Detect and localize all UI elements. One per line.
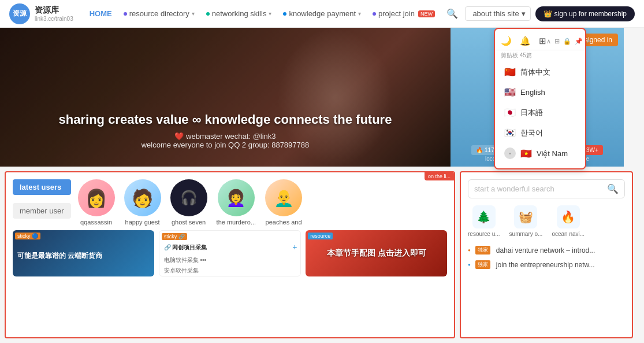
sticky-card-2[interactable]: sticky 🔗 + 🔗 网创项目采集 电脑软件采集 ••• 安卓软件采集: [159, 230, 301, 276]
lang-name: Việt Nam: [537, 149, 568, 158]
lang-korean[interactable]: 🇰🇷 한국어: [495, 123, 585, 143]
resource-link-2[interactable]: ● 独家 join the entrepreneurship netw...: [468, 259, 625, 271]
new-badge: NEW: [418, 10, 435, 17]
avatar-name: qqassassin: [80, 219, 112, 226]
moon-icon[interactable]: 🌙: [501, 36, 512, 46]
hero-section: sharing creates value ∞ knowledge connec…: [0, 28, 451, 167]
left-content: sharing creates value ∞ knowledge connec…: [0, 28, 451, 167]
clipboard-label: 剪贴板 45篇: [501, 52, 532, 58]
nav-items: HOME resource directory ▾ networking ski…: [85, 7, 445, 20]
left-panel: on the li... latest users member user 👩 …: [5, 171, 455, 338]
quick-link-ocean[interactable]: 🔥 ocean navi...: [552, 205, 585, 237]
logo-icon: 资源: [9, 3, 30, 24]
add-button[interactable]: +: [292, 242, 297, 252]
user-avatar-item[interactable]: 🎧 ghost seven: [170, 179, 207, 226]
nav-dot: [206, 12, 210, 16]
list-item: 电脑软件采集 •••: [164, 255, 296, 265]
nav-knowledge[interactable]: knowledge payment ▾: [278, 7, 366, 20]
quick-link-label: ocean navi...: [552, 231, 585, 237]
right-panel: start a wonderful search 🔍 🌲 resource u.…: [460, 171, 633, 338]
member-badge: member user: [13, 203, 71, 219]
sticky-card-3[interactable]: resource 本章节手配图 点击进入即可: [306, 230, 447, 276]
nav-project[interactable]: project join NEW: [368, 7, 440, 20]
language-dropdown: 🌙 🔔 ⊞ ∧ ⊞ 🔒 📌 ✕ 剪贴板 45篇 🇨🇳 简体中文 🇺🇸 Engli…: [494, 28, 586, 169]
card-content: 可能是最靠谱的 云端断货商: [13, 230, 154, 276]
sticky-posts: sticky 🔵 可能是最靠谱的 云端断货商 sticky 🔗 + 🔗 网创项目…: [13, 230, 447, 276]
translate-icon[interactable]: ⊞: [539, 36, 546, 46]
avatar: 🧑: [124, 179, 161, 216]
avatar: 👩: [78, 179, 115, 216]
main-area: on the li... latest users member user 👩 …: [0, 167, 644, 343]
nav-resource-dir[interactable]: resource directory ▾: [119, 7, 199, 20]
quick-link-resource[interactable]: 🌲 resource u...: [468, 205, 500, 237]
signup-button[interactable]: 👑 sign up for membership: [535, 6, 635, 21]
navbar: 资源 资源库 link3.cc/train03 HOME resource di…: [0, 0, 644, 28]
hero-title: sharing creates value ∞ knowledge connec…: [0, 112, 451, 127]
avatar: 👩‍🦱: [218, 179, 255, 216]
lang-name: 简体中文: [520, 67, 550, 78]
flag-vietnam: 🇻🇳: [520, 148, 532, 159]
close-icon[interactable]: ✕: [586, 38, 591, 45]
link-text: dahai venture network – introd...: [496, 246, 595, 255]
chevron-down-icon: ▾: [358, 10, 361, 17]
resource-links: ● 独家 dahai venture network – introd... ●…: [468, 244, 625, 271]
nav-networking[interactable]: networking skills ▾: [202, 7, 277, 20]
nav-dot: [283, 12, 286, 16]
lock-icon[interactable]: 🔒: [563, 38, 571, 45]
nav-dot: [373, 12, 376, 16]
pin-icon[interactable]: 📌: [575, 38, 583, 45]
avatar: 👨‍🦲: [265, 179, 302, 216]
chevron-down-icon: ▾: [269, 10, 271, 17]
search-icon[interactable]: 🔍: [607, 183, 619, 194]
lang-english[interactable]: 🇺🇸 English: [495, 82, 585, 102]
flag-china: 🇨🇳: [504, 67, 516, 78]
resource-link-1[interactable]: ● 独家 dahai venture network – introd...: [468, 244, 625, 256]
user-avatars: 👩 qqassassin 🧑 happy guest 🎧 ghost seven: [78, 179, 302, 226]
user-avatar-item[interactable]: 👩 qqassassin: [78, 179, 115, 226]
sticky-card-1[interactable]: sticky 🔵 可能是最靠谱的 云端断货商: [13, 230, 154, 276]
nav-right: 🔍 about this site ▾ 👑 sign up for member…: [444, 6, 635, 22]
search-icon[interactable]: 🔍: [444, 6, 460, 22]
lang-chinese[interactable]: 🇨🇳 简体中文: [495, 62, 585, 82]
about-site-button[interactable]: about this site ▾: [465, 6, 530, 21]
chevron-down-icon: ▾: [522, 9, 526, 18]
latest-users-badge: latest users: [13, 179, 71, 195]
avatar-name: happy guest: [125, 219, 160, 226]
hero-qq: welcome everyone to join QQ 2 group: 887…: [0, 141, 451, 149]
summary-icon: 🧺: [514, 205, 537, 228]
corner-ribbon: on the li...: [425, 172, 454, 180]
hero-wechat: ❤️ webmaster wechat: @link3: [0, 132, 451, 141]
bell-icon[interactable]: 🔔: [520, 36, 531, 46]
expand-icon[interactable]: ∧: [546, 38, 551, 45]
exclusive-badge: 独家: [475, 260, 490, 269]
search-bar: start a wonderful search 🔍: [468, 179, 625, 198]
flag-usa: 🇺🇸: [504, 87, 516, 98]
nav-home[interactable]: HOME: [85, 7, 117, 20]
lang-vietnamese[interactable]: • 🇻🇳 Việt Nam: [495, 143, 585, 164]
grid-icon[interactable]: ⊞: [554, 38, 560, 45]
quick-link-summary[interactable]: 🧺 summary o...: [509, 205, 543, 237]
logo-title: 资源库: [35, 5, 73, 16]
quick-link-label: summary o...: [509, 231, 543, 237]
latest-users-section: latest users member user 👩 qqassassin 🧑 …: [13, 179, 447, 226]
user-avatar-item[interactable]: 🧑 happy guest: [124, 179, 161, 226]
lang-name: English: [520, 88, 545, 97]
chevron-down-icon: ▾: [192, 10, 195, 17]
nav-dot: [124, 12, 127, 16]
quick-link-label: resource u...: [468, 231, 500, 237]
lang-japanese[interactable]: 🇯🇵 日本語: [495, 102, 585, 123]
flag-korea: 🇰🇷: [504, 127, 516, 138]
flag-vn-circle: •: [504, 147, 516, 159]
user-avatar-item[interactable]: 👨‍🦲 peaches and: [265, 179, 302, 226]
quick-links: 🌲 resource u... 🧺 summary o... 🔥 ocean n…: [468, 205, 625, 237]
user-avatar-item[interactable]: 👩‍🦱 the murdero...: [217, 179, 256, 226]
hero-content: sharing creates value ∞ knowledge connec…: [0, 112, 451, 149]
resource-icon: 🌲: [472, 205, 496, 228]
lang-name: 日本語: [520, 108, 543, 118]
logo-subtitle: link3.cc/train03: [35, 16, 73, 22]
sticky-label: sticky 🔗: [162, 233, 187, 240]
ocean-icon: 🔥: [557, 205, 580, 228]
avatar: 🎧: [170, 179, 207, 216]
avatar-name: peaches and: [266, 219, 302, 226]
logo[interactable]: 资源 资源库 link3.cc/train03: [9, 3, 73, 24]
